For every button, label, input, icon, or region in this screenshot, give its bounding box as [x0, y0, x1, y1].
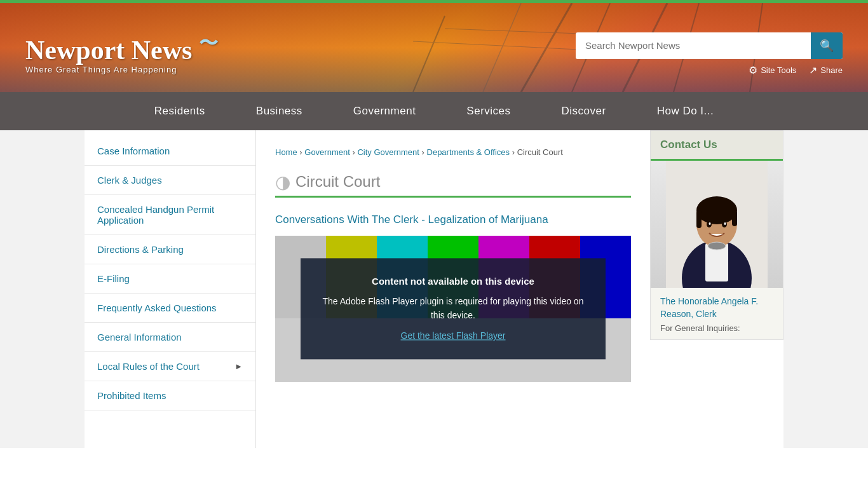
page-inner: Case Information Clerk & Judges Conceale… — [85, 130, 783, 448]
sidebar-label: Case Information — [97, 146, 170, 156]
main-nav: Residents Business Government Services D… — [0, 92, 868, 130]
contact-for-general: For General Inquiries: — [651, 323, 783, 339]
nav-business[interactable]: Business — [231, 92, 328, 130]
sidebar-item-concealed-handgun[interactable]: Concealed Handgun Permit Application — [85, 195, 255, 235]
sidebar-label: Frequently Asked Questions — [97, 302, 217, 313]
page-title: ◑ Circuit Court — [275, 172, 631, 193]
share-label: Share — [820, 65, 843, 75]
left-sidebar: Case Information Clerk & Judges Conceale… — [85, 130, 256, 448]
sidebar-label: E-Filing — [97, 273, 130, 284]
sidebar-label: Clerk & Judges — [97, 175, 162, 186]
contact-box: Contact Us — [650, 130, 783, 340]
site-tools-label: Site Tools — [761, 65, 796, 75]
flash-body: The Adobe Flash Player plugin is require… — [320, 294, 587, 323]
svg-point-14 — [696, 196, 737, 224]
sidebar-item-faq[interactable]: Frequently Asked Questions — [85, 294, 255, 323]
share-button[interactable]: ↗ Share — [809, 64, 843, 76]
sidebar-item-general-info[interactable]: General Information — [85, 323, 255, 352]
nav-government[interactable]: Government — [328, 92, 442, 130]
header-tools: ⚙ Site Tools ↗ Share — [749, 64, 843, 76]
breadcrumb-government[interactable]: Government — [304, 147, 350, 157]
sidebar-item-e-filing[interactable]: E-Filing — [85, 264, 255, 294]
title-underline — [275, 196, 631, 198]
search-button[interactable]: 🔍 — [811, 32, 843, 59]
video-title[interactable]: Conversations With The Clerk - Legalizat… — [275, 214, 631, 226]
svg-point-17 — [708, 242, 726, 250]
sidebar-item-local-rules[interactable]: Local Rules of the Court ► — [85, 352, 255, 381]
contact-photo — [651, 161, 783, 288]
logo[interactable]: Newport News 〜 Where Great Things Are Ha… — [25, 34, 218, 74]
sidebar-item-case-information[interactable]: Case Information — [85, 137, 255, 166]
nav-how-do-i[interactable]: How Do I... — [632, 92, 740, 130]
title-icon: ◑ — [275, 172, 290, 193]
breadcrumb-current: Circuit Court — [517, 147, 563, 157]
gear-icon: ⚙ — [749, 64, 757, 76]
breadcrumb: Home › Government › City Government › De… — [275, 146, 631, 159]
search-input[interactable] — [576, 34, 811, 57]
sidebar-item-clerk-judges[interactable]: Clerk & Judges — [85, 166, 255, 195]
nav-services[interactable]: Services — [441, 92, 536, 130]
nav-discover[interactable]: Discover — [536, 92, 632, 130]
breadcrumb-home[interactable]: Home — [275, 147, 297, 157]
share-icon: ↗ — [809, 64, 817, 76]
logo-tagline: Where Great Things Are Happening — [25, 65, 218, 74]
site-tools-button[interactable]: ⚙ Site Tools — [749, 64, 796, 76]
sidebar-item-directions-parking[interactable]: Directions & Parking — [85, 235, 255, 264]
sidebar-label: Local Rules of the Court — [97, 361, 200, 372]
contact-name[interactable]: The Honorable Angela F. Reason, Clerk — [651, 288, 783, 323]
right-sidebar: Contact Us — [650, 130, 783, 448]
sidebar-item-prohibited-items[interactable]: Prohibited Items — [85, 381, 255, 410]
breadcrumb-departments[interactable]: Departments & Offices — [427, 147, 510, 157]
logo-text: Newport News 〜 — [25, 34, 218, 64]
page-title-text: Circuit Court — [295, 173, 380, 191]
svg-point-21 — [724, 222, 726, 225]
flash-player-link[interactable]: Get the latest Flash Player — [401, 331, 506, 341]
sidebar-label: Prohibited Items — [97, 390, 166, 401]
page-body: Case Information Clerk & Judges Conceale… — [0, 130, 868, 448]
search-bar[interactable]: 🔍 — [576, 32, 843, 59]
sidebar-label: Concealed Handgun Permit Application — [97, 204, 243, 226]
sidebar-label: General Information — [97, 332, 182, 342]
svg-rect-15 — [696, 210, 702, 228]
nav-residents[interactable]: Residents — [129, 92, 231, 130]
contact-header: Contact Us — [651, 131, 783, 161]
flash-overlay: Content not available on this device The… — [301, 258, 606, 359]
site-header: Newport News 〜 Where Great Things Are Ha… — [0, 3, 868, 92]
sidebar-label: Directions & Parking — [97, 244, 184, 255]
svg-point-20 — [709, 222, 711, 225]
svg-rect-16 — [732, 210, 737, 226]
main-content: Home › Government › City Government › De… — [256, 130, 650, 448]
video-area: Content not available on this device The… — [275, 236, 631, 382]
breadcrumb-city-government[interactable]: City Government — [357, 147, 419, 157]
flash-title: Content not available on this device — [320, 274, 587, 289]
expand-arrow-icon: ► — [234, 362, 243, 371]
header-right: 🔍 ⚙ Site Tools ↗ Share — [576, 32, 843, 76]
